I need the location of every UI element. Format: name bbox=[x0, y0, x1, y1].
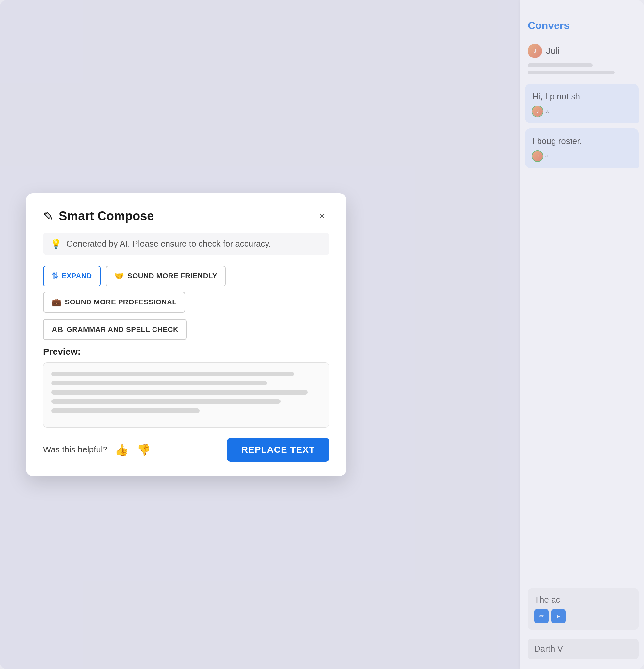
expand-label: EXPAND bbox=[62, 272, 92, 280]
preview-line-5 bbox=[51, 408, 200, 413]
ai-notice-text: Generated by AI. Please ensure to check … bbox=[66, 239, 271, 249]
action-buttons-row2: Ab GRAMMAR AND SPELL CHECK bbox=[43, 319, 329, 340]
preview-line-3 bbox=[51, 390, 307, 395]
sound-friendly-label: SOUND MORE FRIENDLY bbox=[127, 272, 217, 280]
pen-icon: ✎ bbox=[43, 209, 54, 224]
handshake-icon: 🤝 bbox=[114, 271, 125, 281]
modal-overlay: ✎ Smart Compose × 💡 Generated by AI. Ple… bbox=[0, 0, 644, 669]
modal-title-group: ✎ Smart Compose bbox=[43, 209, 154, 224]
ai-notice-bar: 💡 Generated by AI. Please ensure to chec… bbox=[43, 232, 329, 255]
thumbs-down-button[interactable]: 👎 bbox=[135, 442, 152, 458]
expand-button[interactable]: ⇅ EXPAND bbox=[43, 266, 101, 286]
preview-box bbox=[43, 362, 329, 428]
sound-friendly-button[interactable]: 🤝 SOUND MORE FRIENDLY bbox=[106, 266, 226, 286]
preview-line-1 bbox=[51, 372, 294, 376]
briefcase-icon: 💼 bbox=[52, 298, 62, 307]
helpful-group: Was this helpful? 👍 👎 bbox=[43, 442, 152, 458]
grammar-icon: Ab bbox=[52, 325, 63, 334]
smart-compose-modal: ✎ Smart Compose × 💡 Generated by AI. Ple… bbox=[26, 194, 346, 476]
sound-professional-button[interactable]: 💼 SOUND MORE PROFESSIONAL bbox=[43, 292, 185, 313]
grammar-label: GRAMMAR AND SPELL CHECK bbox=[67, 325, 178, 334]
modal-footer: Was this helpful? 👍 👎 REPLACE TEXT bbox=[43, 438, 329, 461]
helpful-label: Was this helpful? bbox=[43, 445, 108, 455]
preview-line-4 bbox=[51, 399, 281, 404]
modal-title: Smart Compose bbox=[59, 209, 154, 223]
close-button[interactable]: × bbox=[315, 209, 329, 224]
sound-professional-label: SOUND MORE PROFESSIONAL bbox=[65, 298, 177, 307]
grammar-button[interactable]: Ab GRAMMAR AND SPELL CHECK bbox=[43, 319, 187, 340]
replace-text-button[interactable]: REPLACE TEXT bbox=[227, 438, 329, 461]
bulb-icon: 💡 bbox=[50, 239, 62, 249]
thumbs-up-button[interactable]: 👍 bbox=[113, 442, 130, 458]
preview-label: Preview: bbox=[43, 346, 329, 357]
action-buttons-row: ⇅ EXPAND 🤝 SOUND MORE FRIENDLY 💼 SOUND M… bbox=[43, 266, 329, 313]
expand-icon: ⇅ bbox=[52, 271, 58, 281]
modal-header: ✎ Smart Compose × bbox=[43, 209, 329, 224]
preview-line-2 bbox=[51, 381, 267, 385]
